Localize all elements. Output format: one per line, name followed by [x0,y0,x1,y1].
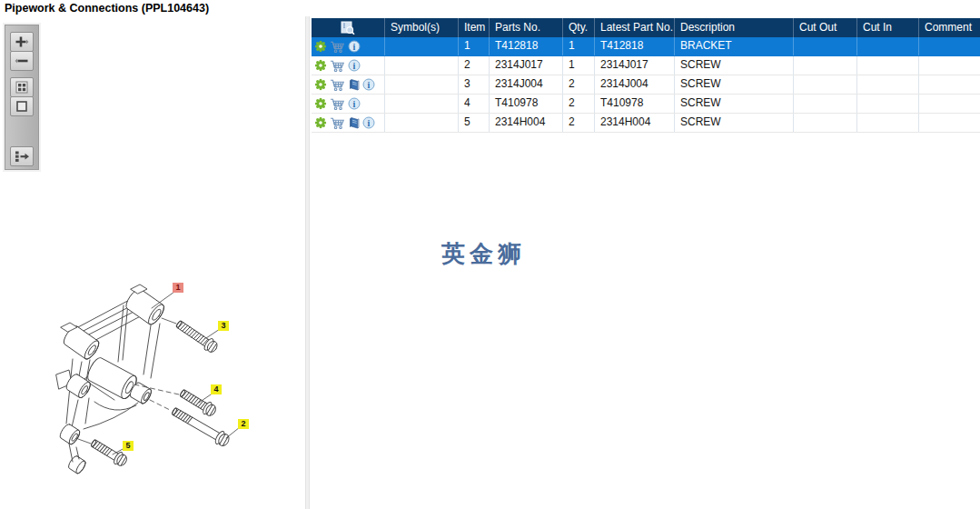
cell-item: 2 [459,56,490,75]
parts-list-table: Symbol(s)ItemParts No.Qty.Latest Part No… [312,18,980,133]
column-header-qty-[interactable]: Qty. [563,18,595,37]
cell-qty: 2 [563,75,595,94]
title-bar: Pipework & Connections (PPL104643) [0,0,980,16]
table-body: 1T4128181T412818BRACKET22314J01712314J01… [312,37,980,133]
cell-latest_part_no: 2314H004 [595,114,675,132]
info-icon[interactable] [348,40,361,53]
column-header-description[interactable]: Description [675,18,794,37]
cell-description: SCREW [675,56,794,75]
column-header-icons[interactable] [312,18,385,37]
cell-cut_out [794,114,857,132]
cell-qty: 2 [563,114,595,132]
cell-description: SCREW [675,95,794,113]
row-action-icons [312,95,385,113]
row-action-icons [312,114,385,132]
row-action-icons [312,37,385,55]
bolt-3-illustration[interactable] [174,318,220,355]
column-header-comment[interactable]: Comment [919,18,980,37]
column-header-cut-in[interactable]: Cut In [857,18,919,37]
cell-comment [919,95,980,113]
cart-icon[interactable] [330,59,345,72]
cell-cut_in [857,37,919,55]
table-row[interactable]: 52314H00422314H004SCREW [312,114,980,133]
gear-icon[interactable] [314,97,327,110]
table-row[interactable]: 32314J00422314J004SCREW [312,75,980,95]
cell-symbols [385,75,459,94]
row-action-icons [312,75,385,94]
cell-parts_no: 2314J017 [490,56,563,75]
cell-latest_part_no: T410978 [595,95,675,113]
bolt-2-illustration[interactable] [170,404,232,448]
cell-description: SCREW [675,114,794,132]
column-header-parts-no-[interactable]: Parts No. [490,18,563,37]
gear-icon[interactable] [314,59,327,72]
cell-latest_part_no: T412818 [595,37,675,55]
book-icon[interactable] [348,116,360,129]
callout-1[interactable]: 1 [173,283,183,293]
info-icon[interactable] [348,59,361,72]
watermark: 英金狮 [441,238,526,270]
cell-cut_in [857,56,919,75]
cart-icon[interactable] [330,40,345,53]
cart-icon[interactable] [330,116,345,129]
book-icon[interactable] [348,78,360,91]
cell-cut_out [794,95,857,113]
cell-cut_in [857,75,919,94]
cell-qty: 2 [563,95,595,113]
find-icon[interactable] [341,21,355,35]
info-icon[interactable] [348,97,361,110]
gear-icon[interactable] [314,40,327,53]
column-header-latest-part-no-[interactable]: Latest Part No. [595,18,675,37]
cell-cut_out [794,75,857,94]
cell-symbols [385,37,459,55]
callout-2[interactable]: 2 [238,419,249,429]
bracket-illustration[interactable] [56,284,167,474]
column-header-item[interactable]: Item [459,18,490,37]
gear-icon[interactable] [314,116,327,129]
callout-4[interactable]: 4 [211,384,222,394]
cell-cut_out [794,56,857,75]
cell-qty: 1 [563,37,595,55]
column-header-cut-out[interactable]: Cut Out [794,18,857,37]
callout-5[interactable]: 5 [123,441,134,451]
cell-comment [919,56,980,75]
cell-comment [919,114,980,132]
table-row[interactable]: 22314J01712314J017SCREW [312,56,980,75]
cell-item: 3 [459,75,490,94]
cell-comment [919,37,980,55]
cell-cut_in [857,95,919,113]
cell-qty: 1 [563,56,595,75]
gear-icon[interactable] [314,78,327,91]
cell-parts_no: T412818 [490,37,563,55]
cell-item: 1 [459,37,490,55]
cell-latest_part_no: 2314J004 [595,75,675,94]
table-header-row: Symbol(s)ItemParts No.Qty.Latest Part No… [312,18,980,37]
cell-latest_part_no: 2314J017 [595,56,675,75]
row-action-icons [312,56,385,75]
callout-3[interactable]: 3 [218,321,229,331]
cell-parts_no: T410978 [490,95,563,113]
cell-comment [919,75,980,94]
cell-cut_out [794,37,857,55]
cell-description: SCREW [675,75,794,94]
cart-icon[interactable] [330,97,345,110]
table-row[interactable]: 4T4109782T410978SCREW [312,95,980,114]
cell-parts_no: 2314H004 [490,114,563,132]
cell-symbols [385,56,459,75]
cell-symbols [385,114,459,132]
diagram-panel: 12345 [0,16,305,509]
cell-parts_no: 2314J004 [490,75,563,94]
panel-divider[interactable] [305,16,310,509]
cell-symbols [385,95,459,113]
parts-diagram [0,16,305,509]
cell-cut_in [857,114,919,132]
column-header-symbol-s-[interactable]: Symbol(s) [385,18,459,37]
cell-item: 5 [459,114,490,132]
info-icon[interactable] [362,116,375,129]
cell-description: BRACKET [675,37,794,55]
table-row[interactable]: 1T4128181T412818BRACKET [312,37,980,56]
cart-icon[interactable] [330,78,345,91]
cell-item: 4 [459,95,490,113]
info-icon[interactable] [362,78,375,91]
page-title: Pipework & Connections (PPL104643) [5,2,209,15]
